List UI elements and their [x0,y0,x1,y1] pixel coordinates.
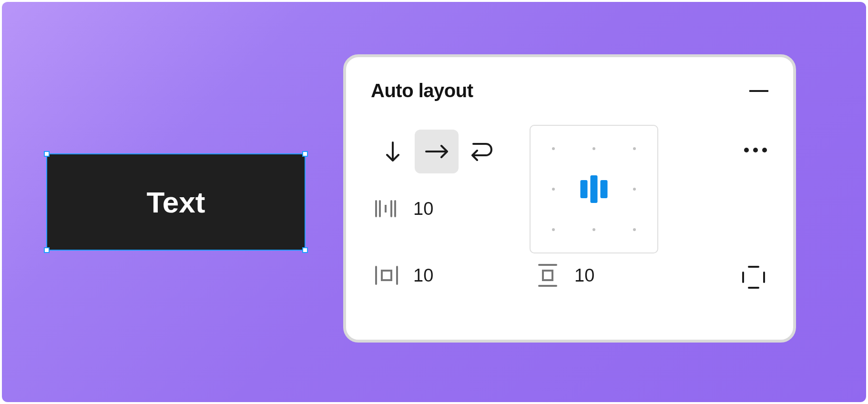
resize-handle-bl[interactable] [44,247,50,253]
selected-frame[interactable]: Text [47,154,305,250]
stage: Text Auto layout [0,0,868,404]
align-dot-tl[interactable] [552,147,555,150]
canvas[interactable]: Text Auto layout [2,2,866,402]
more-options-button[interactable] [744,148,767,152]
gap-icon [373,195,400,222]
arrow-down-icon [385,141,401,162]
direction-vertical-button[interactable] [371,130,415,173]
direction-horizontal-button[interactable] [415,130,459,173]
vertical-padding-field[interactable]: 10 [534,262,594,289]
panel-header: Auto layout [371,80,768,101]
align-dot-bc[interactable] [592,228,595,231]
align-center-icon[interactable] [581,175,608,203]
resize-handle-tl[interactable] [44,151,50,157]
resize-handle-tr[interactable] [302,151,308,157]
align-dot-mr[interactable] [633,188,636,191]
collapse-panel-button[interactable] [749,90,768,92]
more-horizontal-icon [744,148,767,152]
wrap-icon [469,142,492,161]
alignment-grid[interactable] [530,125,658,253]
text-layer[interactable]: Text [47,154,305,250]
vertical-padding-value[interactable]: 10 [574,265,594,286]
align-dot-br[interactable] [633,228,636,231]
horizontal-padding-icon [373,262,400,289]
svg-rect-0 [385,205,387,212]
vertical-padding-icon [534,262,561,289]
auto-layout-panel: Auto layout [343,54,796,343]
svg-rect-1 [382,271,391,280]
gap-field[interactable]: 10 [373,195,433,222]
svg-rect-2 [543,271,552,280]
align-dot-tc[interactable] [592,147,595,150]
horizontal-padding-field[interactable]: 10 [373,262,433,289]
individual-padding-button[interactable] [740,264,767,291]
panel-title: Auto layout [371,80,473,101]
align-dot-tr[interactable] [633,147,636,150]
gap-value[interactable]: 10 [413,199,433,219]
direction-wrap-button[interactable] [459,130,502,173]
arrow-right-icon [425,143,448,160]
text-layer-label: Text [147,185,205,219]
align-dot-ml[interactable] [552,188,555,191]
horizontal-padding-value[interactable]: 10 [413,265,433,286]
individual-padding-icon [740,264,767,291]
direction-toggle [371,130,502,173]
resize-handle-br[interactable] [302,247,308,253]
align-dot-bl[interactable] [552,228,555,231]
